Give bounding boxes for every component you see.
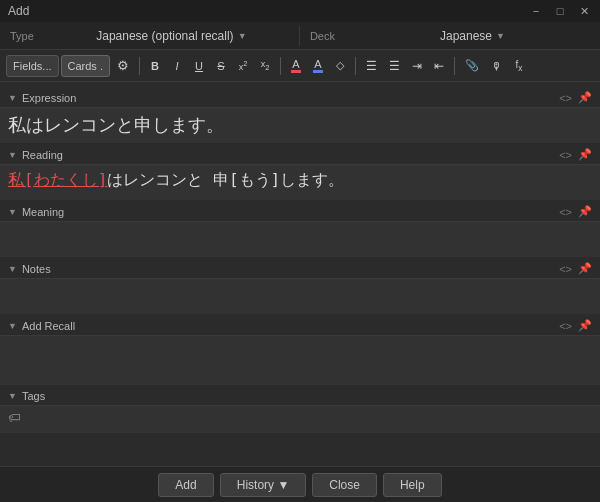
font-color-button[interactable]: A [286,55,306,77]
close-button-bottom[interactable]: Close [312,473,377,497]
expression-icons: <> 📌 [559,91,592,104]
record-button[interactable]: 🎙 [486,55,507,77]
notes-body[interactable] [0,278,600,314]
add-recall-code-icon[interactable]: <> [559,320,572,332]
tags-tag-icon: 🏷 [8,410,21,425]
record-icon: 🎙 [491,60,502,72]
indent-icon: ⇥ [412,59,422,73]
eraser-icon: ◇ [336,59,344,72]
type-selector[interactable]: Japanese (optional recall) ▼ [44,29,299,43]
subscript-icon: x2 [261,59,270,72]
notes-chevron-icon: ▼ [8,264,17,274]
superscript-icon: x2 [239,59,248,72]
type-deck-row: Type Japanese (optional recall) ▼ Deck J… [0,22,600,50]
outdent-icon: ⇤ [434,59,444,73]
outdent-button[interactable]: ⇤ [429,55,449,77]
attach-button[interactable]: 📎 [460,55,484,77]
list-ordered-button[interactable]: ☰ [384,55,405,77]
reading-code-icon[interactable]: <> [559,149,572,161]
highlight-button[interactable]: A [308,55,328,77]
add-recall-title: Add Recall [22,320,559,332]
underline-icon: U [195,60,203,72]
section-expression-header[interactable]: ▼ Expression <> 📌 [0,88,600,107]
reading-icons: <> 📌 [559,148,592,161]
list-unordered-button[interactable]: ☰ [361,55,382,77]
add-recall-body[interactable] [0,335,600,385]
type-label: Type [0,30,44,42]
expression-code-icon[interactable]: <> [559,92,572,104]
notes-icons: <> 📌 [559,262,592,275]
tags-title: Tags [22,390,592,402]
notes-pin-icon[interactable]: 📌 [578,262,592,275]
meaning-title: Meaning [22,206,559,218]
minimize-button[interactable]: − [528,5,544,18]
italic-button[interactable]: I [167,55,187,77]
section-notes-header[interactable]: ▼ Notes <> 📌 [0,259,600,278]
notes-title: Notes [22,263,559,275]
bold-icon: B [151,60,159,72]
eraser-button[interactable]: ◇ [330,55,350,77]
add-button[interactable]: Add [158,473,213,497]
section-add-recall-header[interactable]: ▼ Add Recall <> 📌 [0,316,600,335]
list-ordered-icon: ☰ [389,59,400,73]
content-area: ▼ Expression <> 📌 私はレンコンと申します。 ▼ Reading… [0,82,600,470]
add-recall-chevron-icon: ▼ [8,321,17,331]
list-unordered-icon: ☰ [366,59,377,73]
superscript-button[interactable]: x2 [233,55,253,77]
meaning-chevron-icon: ▼ [8,207,17,217]
expression-body[interactable]: 私はレンコンと申します。 [0,107,600,143]
expression-title: Expression [22,92,559,104]
add-recall-pin-icon[interactable]: 📌 [578,319,592,332]
close-button[interactable]: ✕ [576,5,592,18]
reading-pin-icon[interactable]: 📌 [578,148,592,161]
meaning-pin-icon[interactable]: 📌 [578,205,592,218]
history-button[interactable]: History ▼ [220,473,307,497]
notes-code-icon[interactable]: <> [559,263,572,275]
expression-content[interactable]: 私はレンコンと申します。 [8,112,592,137]
section-tags-header[interactable]: ▼ Tags [0,387,600,405]
toolbar-separator-3 [355,57,356,75]
title-bar: Add − □ ✕ [0,0,600,22]
fields-tab[interactable]: Fields... [6,55,59,77]
expression-pin-icon[interactable]: 📌 [578,91,592,104]
reading-chevron-icon: ▼ [8,150,17,160]
underline-button[interactable]: U [189,55,209,77]
gear-button[interactable]: ⚙ [112,55,134,77]
toolbar-separator-1 [139,57,140,75]
attach-icon: 📎 [465,59,479,72]
gear-icon: ⚙ [117,58,129,73]
toolbar-separator-4 [454,57,455,75]
type-value: Japanese (optional recall) [96,29,233,43]
section-reading-header[interactable]: ▼ Reading <> 📌 [0,145,600,164]
window-title: Add [8,4,29,18]
cards-tab[interactable]: Cards . [61,55,110,77]
section-meaning-header[interactable]: ▼ Meaning <> 📌 [0,202,600,221]
window-controls: − □ ✕ [528,5,592,18]
math-button[interactable]: fx [509,55,529,77]
strikethrough-icon: S [217,60,224,72]
meaning-icons: <> 📌 [559,205,592,218]
type-chevron-icon: ▼ [238,31,247,41]
deck-value: Japanese [440,29,492,43]
tags-chevron-icon: ▼ [8,391,17,401]
deck-selector[interactable]: Japanese ▼ [345,29,600,43]
toolbar-separator-2 [280,57,281,75]
reading-content: 私[わたくし]はレンコンと 申[もう]します。 [8,169,592,191]
strikethrough-button[interactable]: S [211,55,231,77]
help-button[interactable]: Help [383,473,442,497]
add-recall-icons: <> 📌 [559,319,592,332]
section-add-recall: ▼ Add Recall <> 📌 [0,316,600,385]
bold-button[interactable]: B [145,55,165,77]
reading-title: Reading [22,149,559,161]
meaning-body[interactable] [0,221,600,257]
section-expression: ▼ Expression <> 📌 私はレンコンと申します。 [0,88,600,143]
tags-body[interactable]: 🏷 [0,405,600,433]
math-icon: fx [516,59,523,73]
reading-body[interactable]: 私[わたくし]はレンコンと 申[もう]します。 [0,164,600,200]
subscript-button[interactable]: x2 [255,55,275,77]
highlight-icon: A [313,58,323,73]
indent-button[interactable]: ⇥ [407,55,427,77]
maximize-button[interactable]: □ [552,5,568,18]
deck-label: Deck [300,30,345,42]
meaning-code-icon[interactable]: <> [559,206,572,218]
